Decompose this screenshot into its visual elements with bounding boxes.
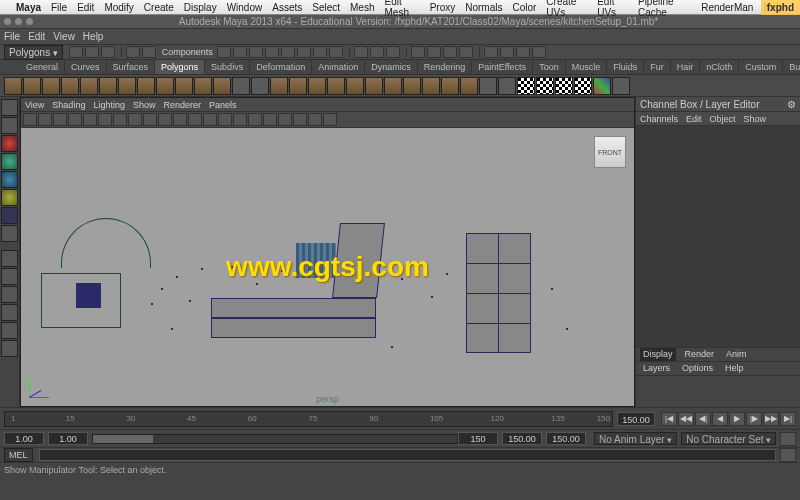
status-icon[interactable] <box>484 46 498 58</box>
vp-tool-icon[interactable] <box>68 113 82 126</box>
mac-menu-item[interactable]: Display <box>184 2 217 13</box>
model-panel[interactable] <box>296 243 336 278</box>
vp-tool-icon[interactable] <box>188 113 202 126</box>
vp-tool-icon[interactable] <box>98 113 112 126</box>
model-solid[interactable] <box>332 223 385 298</box>
current-frame-field[interactable]: 150.00 <box>617 412 655 426</box>
vp-tool-icon[interactable] <box>53 113 67 126</box>
status-icon[interactable] <box>101 46 115 58</box>
shelf-tab[interactable]: Animation <box>312 60 365 74</box>
layer-menu-options[interactable]: Options <box>679 362 716 375</box>
step-forward-icon[interactable]: ▶▶ <box>763 412 779 426</box>
status-icon[interactable] <box>233 46 247 58</box>
shelf-tab[interactable]: Fur <box>644 60 671 74</box>
shelf-tab[interactable]: Subdivs <box>205 60 250 74</box>
layer-tab-anim[interactable]: Anim <box>723 348 750 361</box>
shelf-tool-icon[interactable] <box>384 77 402 95</box>
play-back-icon[interactable]: ◀ <box>712 412 728 426</box>
layer-menu-help[interactable]: Help <box>722 362 747 375</box>
vp-menu-lighting[interactable]: Lighting <box>93 100 125 110</box>
status-icon[interactable] <box>69 46 83 58</box>
lasso-tool-icon[interactable] <box>1 117 18 134</box>
vp-menu-panels[interactable]: Panels <box>209 100 237 110</box>
layer-menu-layers[interactable]: Layers <box>640 362 673 375</box>
status-icon[interactable] <box>329 46 343 58</box>
shelf-uv-icon[interactable] <box>574 77 592 95</box>
vp-tool-icon[interactable] <box>173 113 187 126</box>
vp-tool-icon[interactable] <box>293 113 307 126</box>
shelf-uv-icon[interactable] <box>536 77 554 95</box>
status-icon[interactable] <box>265 46 279 58</box>
vp-menu-renderer[interactable]: Renderer <box>163 100 201 110</box>
shelf-tool-icon[interactable] <box>251 77 269 95</box>
shelf-tab[interactable]: Dynamics <box>365 60 418 74</box>
shelf-tool-icon[interactable] <box>422 77 440 95</box>
shelf-uv-icon[interactable] <box>555 77 573 95</box>
shelf-tool-icon[interactable] <box>441 77 459 95</box>
vp-tool-icon[interactable] <box>263 113 277 126</box>
vp-tool-icon[interactable] <box>38 113 52 126</box>
cb-tab-show[interactable]: Show <box>744 114 767 124</box>
shelf-extract-icon[interactable] <box>289 77 307 95</box>
soft-tool-icon[interactable] <box>1 225 18 242</box>
shelf-tab[interactable]: Curves <box>65 60 107 74</box>
mac-menu-item[interactable]: Assets <box>272 2 302 13</box>
shelf-pipe-icon[interactable] <box>156 77 174 95</box>
shelf-smooth-icon[interactable] <box>327 77 345 95</box>
manip-tool-icon[interactable] <box>1 189 18 206</box>
shelf-plane-icon[interactable] <box>80 77 98 95</box>
layer-tab-display[interactable]: Display <box>640 348 676 361</box>
model-solid[interactable] <box>211 318 376 338</box>
status-icon[interactable] <box>85 46 99 58</box>
vp-tool-icon[interactable] <box>203 113 217 126</box>
anim-layer-selector[interactable]: No Anim Layer ▾ <box>594 432 677 445</box>
shelf-tool-icon[interactable] <box>593 77 611 95</box>
cb-tab-edit[interactable]: Edit <box>686 114 702 124</box>
menu-view[interactable]: View <box>53 31 75 42</box>
shelf-tool-icon[interactable] <box>479 77 497 95</box>
status-icon[interactable] <box>516 46 530 58</box>
shelf-tab-active[interactable]: Polygons <box>155 60 205 74</box>
minimize-button[interactable] <box>15 18 22 25</box>
model-panel[interactable] <box>76 283 101 308</box>
shelf-sphere-icon[interactable] <box>4 77 22 95</box>
vp-tool-icon[interactable] <box>248 113 262 126</box>
layout-icon[interactable] <box>1 340 18 357</box>
shelf-tab[interactable]: PaintEffects <box>472 60 533 74</box>
character-set-selector[interactable]: No Character Set ▾ <box>681 432 776 445</box>
layout-icon[interactable] <box>1 304 18 321</box>
status-icon[interactable] <box>142 46 156 58</box>
shelf-tab[interactable]: Custom <box>739 60 783 74</box>
mac-menu-item[interactable]: Modify <box>104 2 133 13</box>
shelf-tool-icon[interactable] <box>346 77 364 95</box>
range-end-field[interactable]: 150.00 <box>546 432 586 445</box>
forward-end-icon[interactable]: ▶| <box>780 412 796 426</box>
shelf-tool-icon[interactable] <box>498 77 516 95</box>
vp-tool-icon[interactable] <box>308 113 322 126</box>
shelf-tool-icon[interactable] <box>612 77 630 95</box>
layout-icon[interactable] <box>1 322 18 339</box>
play-forward-icon[interactable]: ▶ <box>729 412 745 426</box>
shelf-tab[interactable]: Fluids <box>607 60 644 74</box>
range-slider[interactable] <box>92 434 458 444</box>
vp-tool-icon[interactable] <box>143 113 157 126</box>
vp-tool-icon[interactable] <box>23 113 37 126</box>
shelf-tool-icon[interactable] <box>365 77 383 95</box>
select-tool-icon[interactable] <box>1 99 18 116</box>
layout-four-icon[interactable] <box>1 268 18 285</box>
scale-tool-icon[interactable] <box>1 171 18 188</box>
model-wireframe[interactable] <box>61 218 151 268</box>
vp-tool-icon[interactable] <box>323 113 337 126</box>
shelf-tab[interactable]: General <box>20 60 65 74</box>
shelf-combine-icon[interactable] <box>270 77 288 95</box>
status-icon[interactable] <box>354 46 368 58</box>
vp-menu-show[interactable]: Show <box>133 100 156 110</box>
cb-tab-object[interactable]: Object <box>710 114 736 124</box>
range-end-field[interactable]: 150.00 <box>502 432 542 445</box>
status-icon[interactable] <box>297 46 311 58</box>
menu-help[interactable]: Help <box>83 31 104 42</box>
menu-file[interactable]: File <box>4 31 20 42</box>
time-track[interactable]: 1 15 30 45 60 75 90 105 120 135 150 <box>4 411 613 427</box>
layout-two-icon[interactable] <box>1 286 18 303</box>
vp-tool-icon[interactable] <box>278 113 292 126</box>
